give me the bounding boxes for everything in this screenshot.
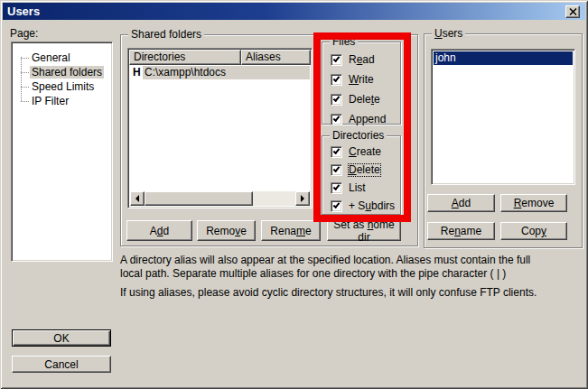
ok-button[interactable]: OK [12,329,111,347]
rename-directory-button[interactable]: Rename [261,220,321,241]
tree-item-label: Speed Limits [30,80,96,93]
checkbox-label: List [349,182,366,194]
directories-list-header: Directories Aliases [129,50,311,65]
close-icon [569,8,577,15]
add-user-button[interactable]: Add [427,194,495,212]
set-home-dir-button[interactable]: Set as home dir [327,220,401,241]
directories-list: Directories Aliases H C:\xampp\htdocs [127,48,313,208]
window-title: Users [7,5,40,18]
subdirs-checkbox[interactable]: + Subdirs [331,200,398,212]
delete-dirs-checkbox[interactable]: Delete [331,164,398,176]
directories-group-label: Directories [330,129,387,142]
button-label: Remove [206,225,247,237]
checkbox-checked-icon[interactable] [331,146,342,158]
scroll-track[interactable] [253,191,295,206]
files-group: Files Read Write Delete Append [322,42,401,125]
cyclic-help-text: If using aliases, please avoid cyclic di… [120,286,546,300]
tree-item-shared-folders[interactable]: Shared folders [12,65,112,79]
create-checkbox[interactable]: Create [331,146,398,158]
button-label: Add [452,197,471,209]
scroll-right-button[interactable] [295,191,310,206]
tree-item-speed-limits[interactable]: Speed Limits [12,79,112,94]
checkbox-label: + Subdirs [349,200,395,212]
tree-item-label: Shared folders [30,66,104,79]
directories-group: Directories Create Delete List + Subdirs [322,135,401,215]
files-group-label: Files [330,35,358,48]
button-label: OK [53,332,69,345]
directory-row[interactable]: H C:\xampp\htdocs [130,66,310,79]
checkbox-checked-icon[interactable] [331,94,342,106]
scroll-left-button[interactable] [130,191,145,206]
append-checkbox[interactable]: Append [331,114,398,125]
button-label: Copy [521,225,546,237]
users-dialog: Users Page: General Shared folders Speed… [0,0,588,389]
checkbox-checked-icon[interactable] [331,114,342,125]
close-button[interactable] [565,5,580,18]
checkbox-checked-icon[interactable] [331,182,342,194]
scroll-thumb[interactable] [145,191,253,206]
directory-path: C:\xampp\htdocs [143,66,310,79]
checkbox-checked-icon[interactable] [331,164,342,176]
write-checkbox[interactable]: Write [331,74,398,86]
checkbox-checked-icon[interactable] [331,200,342,212]
read-checkbox[interactable]: Read [331,54,398,66]
left-arrow-icon [135,195,139,202]
button-label: Rename [270,225,311,237]
titlebar[interactable]: Users [3,3,585,20]
home-marker: H [130,66,143,79]
column-header-directories[interactable]: Directories [129,50,241,65]
users-group-label: Users [432,27,465,40]
button-label: Cancel [44,358,78,371]
tree-connector [21,101,29,102]
list-checkbox[interactable]: List [331,182,398,194]
add-directory-button[interactable]: Add [126,220,192,241]
page-tree: General Shared folders Speed Limits IP F… [11,42,113,262]
checkbox-label: Delete [349,94,380,106]
cancel-button[interactable]: Cancel [12,356,111,373]
button-label: Rename [441,225,481,237]
checkbox-label: Read [349,54,375,66]
button-label: Set as home dir [328,218,400,244]
checkbox-label: Write [349,74,374,86]
user-row-john[interactable]: john [434,51,573,65]
checkbox-label: Delete [349,164,380,176]
tree-item-label: IP Filter [30,95,70,107]
checkbox-checked-icon[interactable] [331,54,342,66]
tree-connector [21,87,29,88]
tree-item-general[interactable]: General [12,51,112,65]
users-list: john [431,49,575,185]
column-header-aliases[interactable]: Aliases [241,50,311,65]
button-label: Add [150,225,169,237]
tree-connector [21,72,29,73]
tree-connector [21,58,29,59]
tree-item-label: General [30,51,72,64]
copy-user-button[interactable]: Copy [500,222,567,240]
tree-item-ip-filter[interactable]: IP Filter [12,94,112,108]
remove-user-button[interactable]: Remove [500,194,567,212]
rename-user-button[interactable]: Rename [427,222,495,240]
checkbox-checked-icon[interactable] [331,74,342,86]
alias-help-text: A directory alias will also appear at th… [120,254,546,281]
right-arrow-icon [301,195,304,202]
horizontal-scrollbar[interactable] [130,191,310,206]
checkbox-label: Append [349,114,386,125]
delete-files-checkbox[interactable]: Delete [331,94,398,106]
page-label: Page: [10,27,38,40]
shared-folders-group-label: Shared folders [128,28,204,41]
remove-directory-button[interactable]: Remove [197,220,256,241]
button-label: Remove [514,197,555,209]
checkbox-label: Create [349,146,381,158]
